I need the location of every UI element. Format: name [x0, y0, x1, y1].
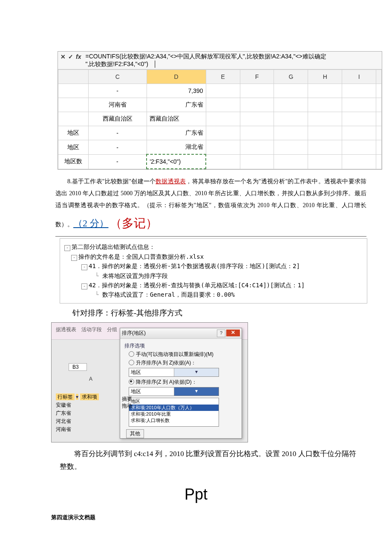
excel-screenshot: ✕ ✓ fx =COUNTIFS(比较数据!A2:A34,"<>中国人民解放军现…	[58, 51, 382, 170]
ribbon-tab[interactable]: 活动字段	[81, 326, 102, 333]
summary-label: 摘要	[122, 396, 132, 403]
dialog-titlebar: 排序(地区) ? ✕	[120, 328, 242, 339]
asc-field-combo[interactable]: 地区▾	[129, 368, 219, 377]
tree-collapse-icon[interactable]: -	[71, 255, 77, 261]
list-item: 河南省	[56, 425, 99, 434]
sheet-col-headers: A	[55, 376, 92, 382]
more-options-button[interactable]: 其他	[126, 429, 144, 438]
radio-ascending[interactable]: 升序排序(A 到 Z)依据(A)：	[129, 359, 237, 367]
instruction-text: 将百分比列调节到 c4:c14 列，2010 比重列设置百分比格式。设置 201…	[60, 448, 358, 474]
table-row: 西藏自治区西藏自治区	[58, 112, 382, 126]
help-icon[interactable]: ?	[217, 330, 225, 337]
table-row: 地区-广东省	[58, 126, 382, 140]
list-item: 地区	[129, 398, 219, 405]
text-caret-icon: │	[150, 61, 157, 67]
radio-manual[interactable]: 手动(可以拖动项目以重新编排)(M)	[129, 351, 237, 358]
error-tree: -第二部分试题出错测试点信息： -操作的文件名是：全国人口普查数据分析.xlsx…	[60, 238, 367, 303]
table-row: 河南省广东省	[58, 98, 382, 112]
question-8-text: 8.基于工作表"比较数据"创建一个数据透视表，将其单独存放在一个名为"透视分析"…	[55, 176, 366, 237]
section-4-heading: 第四道演示文档题	[51, 514, 375, 521]
column-header-row: C D E F G H I	[58, 70, 382, 84]
formula-enter-icon[interactable]: ✓	[68, 53, 73, 60]
sort-dialog-screenshot: 据透视表 活动字段 分组 B3 A 行标签 ▾ 求和项 安徽省 广东省 河北省 …	[51, 322, 248, 442]
formula-text[interactable]: =COUNTIFS(比较数据!A2:A34,"<>中国人民解放军现役军人",比较…	[84, 52, 380, 68]
spreadsheet-grid[interactable]: C D E F G H I -7,390 河南省广东省 西藏自治区西藏自治区 地…	[58, 69, 382, 169]
radio-descending[interactable]: 降序排序(Z 到 A)依据(D)：	[129, 379, 237, 386]
ppt-heading: Ppt	[17, 486, 375, 503]
pivot-table-link[interactable]: 数据透视表	[156, 178, 186, 185]
formula-cancel-icon[interactable]: ✕	[61, 53, 66, 60]
active-cell: '2:F34,"<0")	[147, 154, 206, 169]
desc-field-combo[interactable]: 地区▾	[129, 387, 219, 396]
score-text: （2 分）	[73, 218, 109, 228]
ribbon-tab[interactable]: 据透视表	[56, 326, 76, 333]
drag-label: 拖动	[122, 402, 132, 410]
tree-collapse-icon[interactable]: -	[64, 245, 70, 251]
chevron-down-icon: ▾	[174, 368, 219, 376]
close-icon[interactable]: ✕	[226, 330, 240, 336]
list-item-selected: 求和项:2010年人口数（万人）	[129, 405, 219, 411]
table-row: -7,390	[58, 84, 382, 98]
tree-collapse-icon[interactable]: -	[81, 283, 87, 289]
group-label: 排序选项	[124, 342, 237, 350]
list-item: 安徽省	[56, 401, 99, 409]
rowlabel-header: 行标签	[56, 393, 75, 400]
table-row: 地区-湖北省	[58, 140, 382, 155]
fx-icon[interactable]: fx	[76, 53, 81, 60]
ribbon-tab[interactable]: 分组	[107, 326, 117, 333]
list-item: 广东省	[56, 409, 99, 417]
list-item: 河北省	[56, 417, 99, 425]
table-row: 地区数-'2:F34,"<0")	[58, 154, 382, 169]
formula-bar: ✕ ✓ fx =COUNTIFS(比较数据!A2:A34,"<>中国人民解放军现…	[58, 52, 382, 69]
tree-collapse-icon[interactable]: -	[81, 264, 87, 270]
sort-note: 针对排序：行标签-其他排序方式	[72, 308, 375, 318]
list-item: 求和项:2010年比重	[129, 411, 219, 417]
divider	[55, 236, 366, 237]
list-item: 求和项:人口增长数	[129, 417, 219, 424]
extra-note: （多记）	[110, 217, 158, 230]
name-box[interactable]: B3	[69, 363, 87, 371]
chevron-down-icon: ▾	[174, 387, 219, 396]
pivot-rowlabels: 行标签 ▾ 求和项 安徽省 广东省 河北省 河南省	[56, 393, 99, 434]
field-listbox[interactable]: 地区 求和项:2010年人口数（万人） 求和项:2010年比重 求和项:人口增长…	[129, 398, 219, 427]
sort-dialog: 排序(地区) ? ✕ 排序选项 手动(可以拖动项目以重新编排)(M) 升序排序(…	[120, 328, 242, 439]
